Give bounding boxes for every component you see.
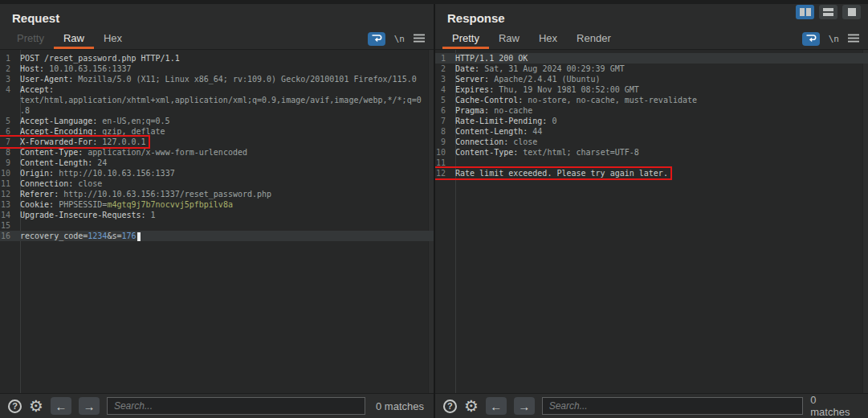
code-line[interactable]: 1HTTP/1.1 200 OK — [435, 53, 868, 64]
line-number: 7 — [0, 137, 15, 147]
editor-menu-button[interactable] — [414, 31, 425, 46]
line-text — [15, 220, 20, 231]
highlight-annotation-box: 12Rate limit exceeded. Please try again … — [435, 166, 672, 180]
response-tab-pretty[interactable]: Pretty — [442, 28, 489, 49]
code-line[interactable]: 15 — [0, 220, 434, 231]
search-settings-gear-icon[interactable]: ⚙ — [29, 398, 43, 414]
response-code-lines: 1HTTP/1.1 200 OK2Date: Sat, 31 Aug 2024 … — [435, 53, 868, 178]
code-line[interactable]: 11Connection: close — [0, 178, 434, 189]
wrap-text-icon — [805, 31, 817, 46]
line-text: Server: Apache/2.4.41 (Ubuntu) — [450, 74, 601, 84]
columns-layout-button[interactable] — [796, 5, 814, 19]
search-settings-gear-icon[interactable]: ⚙ — [464, 398, 479, 414]
line-text: Content-Length: 44 — [450, 126, 542, 137]
line-number: 2 — [0, 64, 15, 74]
editor-menu-button[interactable] — [848, 31, 859, 46]
request-editor[interactable]: 1POST /reset_password.php HTTP/1.12Host:… — [0, 50, 434, 393]
line-text: Connection: close — [15, 178, 102, 189]
code-line[interactable]: 10Content-Type: text/html; charset=UTF-8 — [435, 147, 868, 158]
line-number: 6 — [435, 105, 450, 116]
wrap-text-toggle[interactable] — [368, 32, 385, 46]
hamburger-menu-icon — [848, 31, 859, 46]
code-line[interactable]: 7X-Forwarded-For: 127.0.0.1 — [0, 137, 434, 147]
text-caret — [137, 232, 141, 241]
request-search-bar: ? ⚙ ← → 0 matches — [0, 393, 434, 418]
response-search-input[interactable] — [542, 397, 804, 415]
code-line[interactable]: 10Origin: http://10.10.63.156:1337 — [0, 168, 434, 178]
line-number: 8 — [435, 126, 450, 137]
request-tabbar: PrettyRawHex \n — [0, 28, 434, 50]
line-number: 3 — [0, 74, 15, 84]
request-tab-hex[interactable]: Hex — [94, 28, 132, 49]
main-split: Request PrettyRawHex \n — [0, 4, 868, 418]
response-tab-raw[interactable]: Raw — [489, 28, 529, 49]
code-line[interactable]: 5Accept-Language: en-US,en;q=0.5 — [0, 116, 434, 126]
code-line[interactable]: 12Referer: http://10.10.63.156:1337/rese… — [0, 189, 434, 199]
code-line[interactable]: 16recovery_code=1234&s=176 — [0, 231, 434, 241]
response-editor[interactable]: 1HTTP/1.1 200 OK2Date: Sat, 31 Aug 2024 … — [435, 50, 868, 393]
request-panel: Request PrettyRawHex \n — [0, 4, 434, 418]
search-previous-button[interactable]: ← — [51, 397, 71, 415]
search-next-button[interactable]: → — [79, 397, 100, 415]
response-tabbar: PrettyRawHexRender \n — [435, 28, 868, 50]
line-text: Content-Length: 24 — [15, 158, 107, 168]
columns-layout-icon — [800, 8, 811, 16]
code-line[interactable]: 2Date: Sat, 31 Aug 2024 00:29:39 GMT — [435, 64, 868, 74]
wrap-text-icon — [371, 31, 382, 46]
line-number: 4 — [435, 84, 450, 95]
code-line[interactable]: 9Connection: close — [435, 137, 868, 147]
response-match-count: 0 matches — [810, 394, 858, 418]
code-line[interactable]: 2Host: 10.10.63.156:1337 — [0, 64, 434, 74]
code-line[interactable]: 4Accept: — [0, 84, 434, 95]
code-line[interactable]: 3Server: Apache/2.4.41 (Ubuntu) — [435, 74, 868, 84]
request-match-count: 0 matches — [376, 400, 424, 412]
line-text: Content-Type: text/html; charset=UTF-8 — [450, 147, 639, 158]
line-number: 12 — [435, 168, 450, 178]
line-text: Upgrade-Insecure-Requests: 1 — [15, 210, 156, 220]
line-text: Date: Sat, 31 Aug 2024 00:29:39 GMT — [450, 64, 625, 74]
help-icon[interactable]: ? — [8, 400, 22, 413]
rows-layout-button[interactable] — [819, 5, 837, 19]
line-number: 16 — [0, 231, 15, 241]
request-tab-pretty[interactable]: Pretty — [7, 28, 54, 49]
code-line[interactable]: 4Expires: Thu, 19 Nov 1981 08:52:00 GMT — [435, 84, 868, 95]
response-tab-render[interactable]: Render — [567, 28, 621, 49]
response-panel: Response PrettyRawHexRender \n — [434, 4, 868, 418]
response-editor-toolbar: \n — [802, 30, 859, 47]
code-line[interactable]: 8Content-Length: 44 — [435, 126, 868, 137]
request-code-lines: 1POST /reset_password.php HTTP/1.12Host:… — [0, 53, 434, 241]
wrap-text-toggle[interactable] — [802, 32, 820, 46]
line-text: .8 — [15, 105, 30, 116]
line-number: 7 — [435, 116, 450, 126]
single-layout-icon — [848, 8, 856, 16]
search-next-button[interactable]: → — [514, 397, 535, 415]
search-previous-button[interactable]: ← — [486, 397, 507, 415]
response-tab-hex[interactable]: Hex — [529, 28, 567, 49]
single-layout-button[interactable] — [842, 5, 861, 19]
code-line[interactable]: 1POST /reset_password.php HTTP/1.1 — [0, 53, 434, 64]
code-line[interactable]: 3User-Agent: Mozilla/5.0 (X11; Linux x86… — [0, 74, 434, 84]
code-line[interactable]: .8 — [0, 105, 434, 116]
line-number: 9 — [0, 158, 15, 168]
code-line[interactable]: text/html,application/xhtml+xml,applicat… — [0, 95, 434, 105]
code-line[interactable]: 14Upgrade-Insecure-Requests: 1 — [0, 210, 434, 220]
code-line[interactable]: 13Cookie: PHPSESSID=m4gtq9j7b7nocvvj5pfb… — [0, 199, 434, 210]
code-line[interactable]: 6Pragma: no-cache — [435, 105, 868, 116]
code-line[interactable]: 9Content-Length: 24 — [0, 158, 434, 168]
request-panel-header: Request PrettyRawHex \n — [0, 4, 434, 50]
request-tab-raw[interactable]: Raw — [54, 28, 94, 49]
line-number: 4 — [0, 84, 15, 95]
help-icon[interactable]: ? — [443, 400, 457, 413]
show-newlines-toggle[interactable]: \n — [829, 34, 839, 44]
code-line[interactable]: 7Rate-Limit-Pending: 0 — [435, 116, 868, 126]
line-number: 14 — [0, 210, 15, 220]
line-text: Expires: Thu, 19 Nov 1981 08:52:00 GMT — [450, 84, 639, 95]
code-line[interactable]: 5Cache-Control: no-store, no-cache, must… — [435, 95, 868, 105]
line-text: POST /reset_password.php HTTP/1.1 — [15, 53, 180, 64]
line-number: 15 — [0, 220, 15, 231]
line-text: Rate limit exceeded. Please try again la… — [450, 168, 668, 178]
code-line[interactable]: 12Rate limit exceeded. Please try again … — [435, 168, 868, 178]
show-newlines-toggle[interactable]: \n — [394, 34, 405, 44]
request-search-input[interactable] — [107, 397, 365, 415]
line-text: Pragma: no-cache — [450, 105, 532, 116]
